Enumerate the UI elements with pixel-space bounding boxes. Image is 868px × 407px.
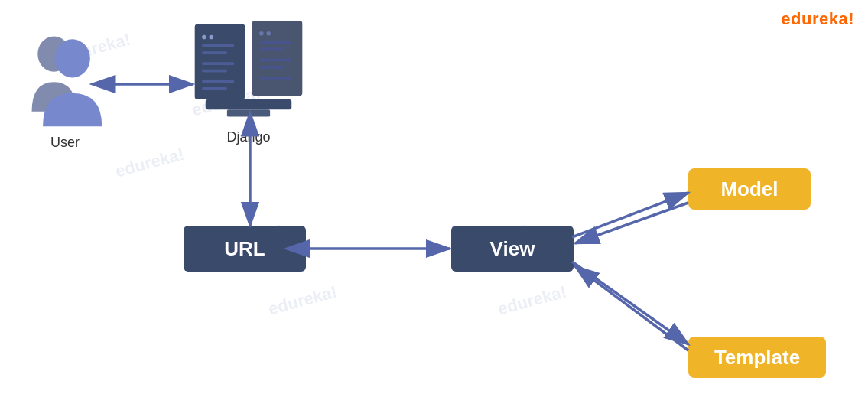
svg-rect-11 xyxy=(202,87,227,90)
svg-rect-15 xyxy=(259,48,284,51)
svg-line-32 xyxy=(572,262,688,344)
url-label: URL xyxy=(224,237,265,261)
svg-rect-8 xyxy=(202,62,234,65)
svg-rect-17 xyxy=(259,66,284,69)
url-box: URL xyxy=(184,226,306,272)
model-label: Model xyxy=(720,177,778,201)
svg-rect-19 xyxy=(206,99,292,109)
svg-rect-10 xyxy=(202,80,234,83)
view-label: View xyxy=(490,237,535,261)
svg-point-4 xyxy=(202,35,206,40)
logo-exclamation: ! xyxy=(848,9,854,28)
svg-rect-18 xyxy=(259,77,291,80)
svg-rect-16 xyxy=(259,59,291,62)
user-label: User xyxy=(50,135,80,151)
watermark-7: edureka! xyxy=(496,282,568,320)
edureka-logo: edureka! xyxy=(781,9,854,29)
svg-rect-14 xyxy=(259,41,291,44)
svg-line-30 xyxy=(572,193,688,237)
svg-rect-20 xyxy=(227,109,270,116)
watermark-3: edureka! xyxy=(113,145,186,182)
django-server-icon xyxy=(191,15,306,126)
template-box: Template xyxy=(688,337,826,378)
logo-text: edureka xyxy=(781,9,848,28)
model-box: Model xyxy=(688,168,811,210)
django-figure: Django xyxy=(191,15,306,145)
svg-line-33 xyxy=(575,266,688,350)
template-label: Template xyxy=(714,346,800,370)
user-figure: User xyxy=(23,23,107,151)
watermark-5: edureka! xyxy=(266,282,339,320)
svg-point-5 xyxy=(209,35,213,40)
django-label: Django xyxy=(226,129,270,145)
svg-rect-2 xyxy=(252,21,303,96)
svg-point-13 xyxy=(266,31,271,36)
view-box: View xyxy=(451,226,574,272)
user-icon xyxy=(23,23,107,130)
svg-rect-6 xyxy=(202,44,234,47)
svg-line-31 xyxy=(575,203,688,243)
svg-rect-7 xyxy=(202,51,227,54)
svg-point-12 xyxy=(259,31,264,36)
svg-point-1 xyxy=(54,39,89,77)
svg-rect-9 xyxy=(202,70,227,73)
